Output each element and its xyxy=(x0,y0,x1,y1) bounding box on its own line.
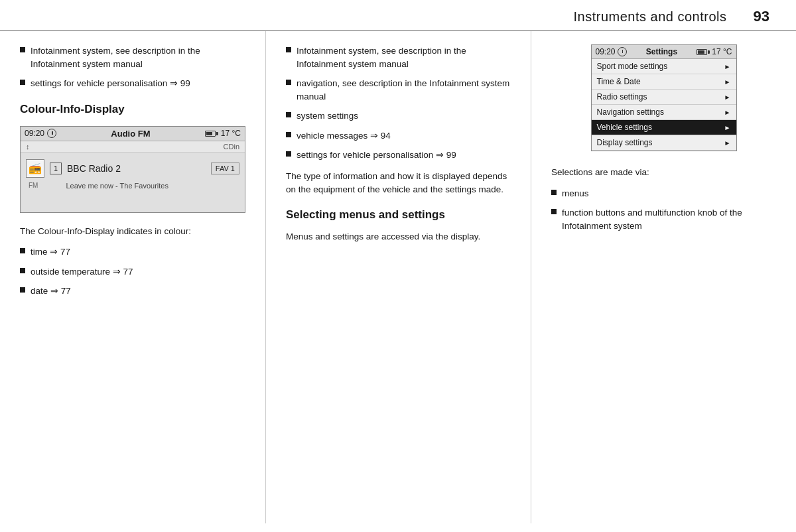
section-heading-selecting: Selecting menus and settings xyxy=(286,208,511,222)
settings-item-display: Display settings ► xyxy=(592,135,736,151)
fm-song-row: FM Leave me now - The Favourites xyxy=(27,182,239,190)
bullet-icon xyxy=(286,80,291,85)
fav-button: FAV 1 xyxy=(211,163,239,174)
battery-fill xyxy=(206,132,213,135)
settings-item-label: Sport mode settings xyxy=(597,62,668,71)
display-time-area: 09:20 xyxy=(25,129,56,138)
song-title: Leave me now - The Favourites xyxy=(66,182,168,190)
settings-time-area: 09:20 xyxy=(596,47,627,56)
bullet-icon xyxy=(286,47,291,52)
bullet-icon xyxy=(551,190,557,195)
bullet-icon xyxy=(286,112,291,117)
section-heading-colour-info: Colour-Info-Display xyxy=(20,102,245,117)
settings-battery-icon xyxy=(696,49,710,55)
settings-clock-icon xyxy=(618,47,627,56)
display-title: Audio FM xyxy=(111,129,150,139)
page-number: 93 xyxy=(754,8,769,25)
list-item: outside temperature ⇒ 77 xyxy=(20,265,245,279)
bullet-text: function buttons and multifunction knob … xyxy=(562,206,776,232)
bullet-icon xyxy=(20,268,25,273)
bullet-icon xyxy=(20,287,25,293)
page-header: Instruments and controls 93 xyxy=(0,0,796,31)
bullet-text: system settings xyxy=(297,109,358,123)
bullet-text: date ⇒ 77 xyxy=(31,285,71,298)
chapter-title: Instruments and controls xyxy=(574,9,727,25)
battery-icon xyxy=(205,131,218,137)
settings-display: 09:20 Settings 17 °C Sport mode set xyxy=(591,44,737,151)
bullet-icon xyxy=(20,248,25,253)
bullet-text: settings for vehicle personalisation ⇒ 9… xyxy=(31,77,190,90)
content-columns: Infotainment system, see description in … xyxy=(0,31,796,523)
settings-item-label: Time & Date xyxy=(597,77,641,86)
clock-time: 09:20 xyxy=(25,129,44,138)
bullet-icon xyxy=(20,47,25,52)
bullet-text: Infotainment system, see description in … xyxy=(31,44,245,70)
battery-body xyxy=(205,131,216,137)
bullet-text: menus xyxy=(562,187,589,200)
settings-battery-tip xyxy=(708,50,710,54)
column-1: Infotainment system, see description in … xyxy=(0,31,266,523)
display-sub-bar: ↕ CDin xyxy=(21,141,245,153)
settings-item-arrow: ► xyxy=(724,78,731,86)
column-3: 09:20 Settings 17 °C Sport mode set xyxy=(531,31,796,523)
settings-item-arrow: ► xyxy=(724,139,731,147)
bullet-text: time ⇒ 77 xyxy=(31,245,70,259)
type-info-body: The type of information and how it is di… xyxy=(286,170,511,196)
radio-row: 📻 1 BBC Radio 2 FAV 1 xyxy=(26,159,239,178)
fm-label: FM xyxy=(29,182,38,189)
list-item: settings for vehicle personalisation ⇒ 9… xyxy=(20,77,245,90)
settings-item-arrow: ► xyxy=(724,94,731,101)
settings-item-arrow: ► xyxy=(724,63,731,70)
display-top-bar: 09:20 Audio FM 17 °C xyxy=(21,127,245,141)
settings-top-bar: 09:20 Settings 17 °C xyxy=(592,45,736,59)
bullet-text: settings for vehicle personalisation ⇒ 9… xyxy=(297,149,456,162)
display-body: 📻 1 BBC Radio 2 FAV 1 FM Leave me now - … xyxy=(21,153,245,212)
bullet-text: vehicle messages ⇒ 94 xyxy=(297,129,391,143)
list-item: function buttons and multifunction knob … xyxy=(551,206,776,232)
colour-display-body: The Colour-Info-Display indicates in col… xyxy=(20,225,245,238)
station-name: BBC Radio 2 xyxy=(67,163,206,174)
settings-item-label: Radio settings xyxy=(597,92,647,101)
list-item: vehicle messages ⇒ 94 xyxy=(286,129,511,143)
clock-icon xyxy=(47,129,56,138)
selecting-body: Menus and settings are accessed via the … xyxy=(286,230,511,243)
settings-item-navigation: Navigation settings ► xyxy=(592,105,736,120)
bullet-icon xyxy=(286,151,291,157)
column-2: Infotainment system, see description in … xyxy=(266,31,531,523)
display-temp-area: 17 °C xyxy=(205,129,241,138)
settings-time: 09:20 xyxy=(596,47,616,56)
list-item: Infotainment system, see description in … xyxy=(286,44,511,70)
list-item: Infotainment system, see description in … xyxy=(20,44,245,70)
audio-fm-display: 09:20 Audio FM 17 °C ↕ CDin xyxy=(20,126,245,213)
settings-item-label: Vehicle settings xyxy=(597,123,652,132)
radio-signal-icon: 📻 xyxy=(29,162,42,174)
station-number: 1 xyxy=(50,163,62,174)
list-item: menus xyxy=(551,187,776,200)
sub-arrows: ↕ xyxy=(26,143,30,151)
settings-battery-body xyxy=(696,49,707,55)
settings-item-label: Navigation settings xyxy=(597,107,664,117)
sub-source: CDin xyxy=(224,143,239,151)
selections-body: Selections are made via: xyxy=(551,166,776,179)
list-item: time ⇒ 77 xyxy=(20,245,245,259)
settings-item-label: Display settings xyxy=(597,138,653,147)
bullet-text: outside temperature ⇒ 77 xyxy=(31,265,133,279)
list-item: settings for vehicle personalisation ⇒ 9… xyxy=(286,149,511,162)
settings-item-sport: Sport mode settings ► xyxy=(592,59,736,74)
settings-item-arrow: ► xyxy=(724,109,731,116)
list-item: navigation, see description in the Infot… xyxy=(286,77,511,103)
bullet-text: navigation, see description in the Infot… xyxy=(297,77,511,103)
bullet-icon xyxy=(286,132,291,137)
radio-icon-box: 📻 xyxy=(26,159,44,178)
settings-title: Settings xyxy=(646,47,677,56)
list-item: system settings xyxy=(286,109,511,123)
settings-temp: 17 °C xyxy=(712,47,732,56)
bullet-icon xyxy=(20,80,25,85)
settings-item-radio: Radio settings ► xyxy=(592,90,736,105)
list-item: date ⇒ 77 xyxy=(20,285,245,298)
settings-item-arrow: ► xyxy=(724,124,731,131)
settings-item-timedate: Time & Date ► xyxy=(592,74,736,90)
battery-tip xyxy=(216,132,218,135)
settings-temp-area: 17 °C xyxy=(696,47,732,56)
display-temp: 17 °C xyxy=(221,129,241,138)
